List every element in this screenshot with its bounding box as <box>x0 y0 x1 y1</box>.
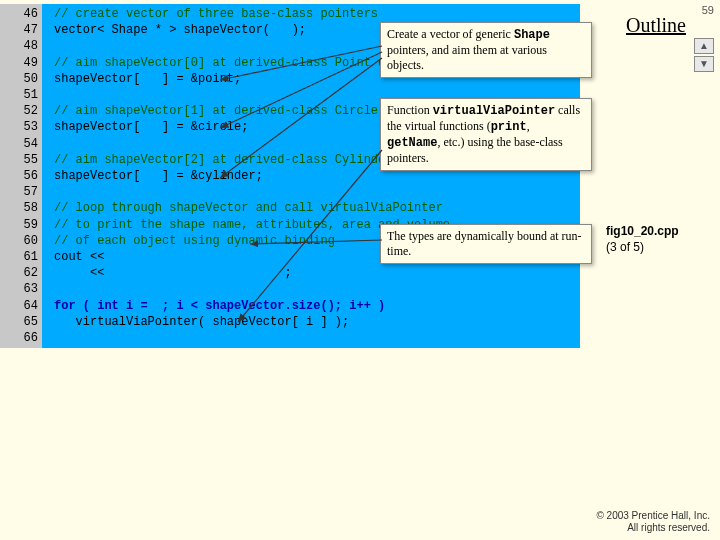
file-name: fig10_20.cpp <box>606 224 679 238</box>
callout-text: Create a vector of generic <box>387 27 514 41</box>
footer: © 2003 Prentice Hall, Inc. All rights re… <box>596 510 710 534</box>
mono-fn: virtualViaPointer <box>433 104 555 118</box>
copyright: © 2003 Prentice Hall, Inc. <box>596 510 710 521</box>
rights: All rights reserved. <box>627 522 710 533</box>
callout-virtual: Function virtualViaPointer calls the vir… <box>380 98 592 171</box>
callout-dynamic: The types are dynamically bound at run-t… <box>380 224 592 264</box>
mono-shape: Shape <box>514 28 550 42</box>
page-number: 59 <box>702 4 714 16</box>
nav-up-button[interactable]: ▲ <box>694 38 714 54</box>
callout-text: pointers, and aim them at various object… <box>387 43 547 72</box>
file-part: (3 of 5) <box>606 240 644 254</box>
nav-down-button[interactable]: ▼ <box>694 56 714 72</box>
mono-getname: getName <box>387 136 437 150</box>
callout-text: The types are dynamically bound at run-t… <box>387 229 582 258</box>
line-number-gutter: 46 47 48 49 50 51 52 53 54 55 56 57 58 5… <box>0 4 42 348</box>
callout-text: , <box>527 119 530 133</box>
mono-print: print <box>491 120 527 134</box>
file-tag: fig10_20.cpp (3 of 5) <box>606 224 679 255</box>
callout-vector: Create a vector of generic Shape pointer… <box>380 22 592 78</box>
callout-text: Function <box>387 103 433 117</box>
outline-heading: Outline <box>626 14 686 37</box>
